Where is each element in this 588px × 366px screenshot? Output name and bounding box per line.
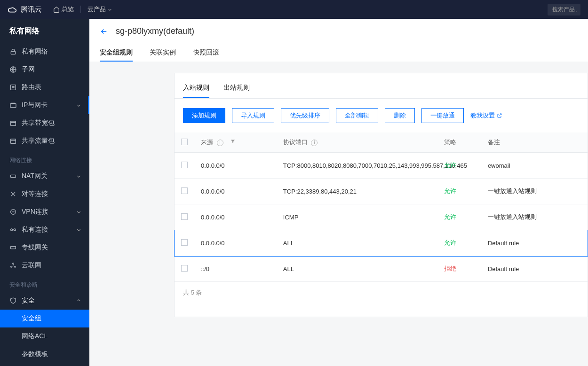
row-checkbox[interactable] (181, 265, 188, 272)
svg-rect-4 (11, 121, 16, 125)
table-footer: 共 5 条 (175, 282, 588, 304)
edit-all-button[interactable]: 全部编辑 (336, 108, 378, 123)
sidebar-item-acl[interactable]: 网络ACL (0, 327, 89, 345)
sidebar-item-routetable[interactable]: 路由表 (0, 78, 89, 96)
cell-protocol: TCP:22,3389,80,443,20,21 (277, 179, 438, 204)
col-source: 来源 (201, 139, 213, 146)
tab-inbound[interactable]: 入站规则 (183, 79, 209, 98)
arrow-left-icon (100, 27, 108, 36)
table-row[interactable]: 0.0.0.0/0ICMP允许一键放通入站规则 (175, 204, 588, 230)
add-rule-button[interactable]: 添加规则 (183, 108, 225, 123)
separator (80, 6, 81, 13)
cell-protocol: ICMP (277, 204, 438, 230)
sidebar-item-vpc[interactable]: 私有网络 (0, 43, 89, 61)
active-indicator (88, 96, 89, 114)
table-row[interactable]: 0.0.0.0/0TCP:22,3389,80,443,20,21允许一键放通入… (175, 179, 588, 204)
sidebar-item-security[interactable]: 安全 (0, 292, 89, 310)
sidebar-item-tpl[interactable]: 参数模板 (0, 345, 89, 363)
open-all-button[interactable]: 一键放通 (421, 108, 464, 123)
sidebar-item-subnet[interactable]: 子网 (0, 61, 89, 78)
back-button[interactable] (100, 27, 108, 36)
col-policy: 策略 (437, 132, 481, 153)
row-checkbox[interactable] (181, 239, 188, 246)
table-row[interactable]: 0.0.0.0/0TCP:8000,8010,8020,8080,7000,70… (175, 153, 588, 179)
tab-rules[interactable]: 安全组规则 (100, 45, 133, 62)
chevron-up-icon (77, 299, 80, 302)
cell-protocol: ALL (277, 256, 438, 282)
row-checkbox[interactable] (181, 187, 188, 194)
sidebar-title: 私有网络 (0, 19, 89, 43)
svg-rect-5 (11, 139, 16, 143)
cell-protocol: ALL (277, 230, 438, 256)
sidebar-item-bandwidth[interactable]: 共享带宽包 (0, 114, 89, 132)
sidebar-item-eni[interactable]: IP与网卡 (0, 96, 89, 114)
row-checkbox[interactable] (181, 213, 188, 220)
delete-button[interactable]: 删除 (385, 108, 415, 123)
shield-icon (9, 297, 17, 304)
sidebar-item-traffic[interactable]: 共享流量包 (0, 132, 89, 150)
info-icon[interactable]: i (311, 140, 318, 146)
svg-rect-10 (11, 246, 16, 249)
svg-point-13 (15, 266, 16, 267)
cell-source: ::/0 (194, 256, 277, 282)
cell-remark: 一键放通入站规则 (481, 179, 588, 204)
brand[interactable]: 腾讯云 (8, 4, 42, 15)
cell-policy: 拒绝 (437, 256, 481, 282)
sidebar-item-ccn[interactable]: 云联网 (0, 257, 89, 274)
select-all-checkbox[interactable] (181, 139, 188, 145)
list-icon (9, 84, 17, 91)
sidebar-item-sg[interactable]: 安全组 (0, 310, 89, 327)
cell-remark: Default rule (481, 256, 588, 282)
lock-icon (9, 48, 17, 55)
guide-link[interactable]: 教我设置 (470, 111, 502, 120)
package-icon (9, 119, 17, 127)
cell-remark: 一键放通入站规则 (481, 204, 588, 230)
chevron-down-icon (108, 7, 111, 10)
sidebar-item-dcg[interactable]: 专线网关 (0, 239, 89, 257)
vpn-icon (9, 208, 17, 216)
page-title: sg-p80lyxmy(default) (116, 26, 194, 36)
cell-policy: 允许 (437, 204, 481, 230)
card-icon (9, 101, 17, 109)
col-remark: 备注 (481, 132, 588, 153)
filter-icon[interactable] (230, 139, 236, 146)
chevron-down-icon (77, 103, 80, 106)
chevron-down-icon (77, 227, 80, 231)
cell-source: 0.0.0.0/0 (194, 153, 277, 179)
link-icon (9, 190, 17, 198)
sidebar-item-vpn[interactable]: VPN连接 (0, 203, 89, 221)
svg-rect-0 (11, 51, 15, 54)
svg-point-11 (13, 263, 14, 265)
overview-link[interactable]: 总览 (53, 5, 74, 14)
connect-icon (9, 226, 17, 234)
import-rule-button[interactable]: 导入规则 (232, 108, 274, 123)
svg-point-9 (14, 229, 16, 231)
rules-card: 入站规则 出站规则 添加规则 导入规则 优先级排序 全部编辑 删除 一键放通 教… (174, 73, 588, 317)
top-links: 总览 云产品 (53, 5, 111, 14)
sidebar-item-nat[interactable]: NAT网关 (0, 167, 89, 185)
priority-button[interactable]: 优先级排序 (281, 108, 329, 123)
cell-source: 0.0.0.0/0 (194, 204, 277, 230)
sidebar-item-private[interactable]: 私有连接 (0, 221, 89, 239)
page-header: sg-p80lyxmy(default) 安全组规则 关联实例 快照回滚 (89, 19, 588, 62)
svg-rect-3 (10, 104, 16, 108)
cell-source: 0.0.0.0/0 (194, 179, 277, 204)
table-row[interactable]: 0.0.0.0/0ALL允许Default rule (175, 230, 588, 256)
gateway-icon (9, 244, 17, 251)
search-input[interactable]: 搜索产品、文 (548, 4, 580, 16)
network-icon (9, 262, 17, 269)
row-checkbox[interactable] (181, 162, 188, 168)
cloud-icon (8, 4, 17, 15)
table-row[interactable]: ::/0ALL拒绝Default rule (175, 256, 588, 282)
info-icon[interactable]: i (217, 140, 223, 146)
sidebar-item-peer[interactable]: 对等连接 (0, 185, 89, 203)
chevron-down-icon (77, 210, 80, 213)
tab-snapshot[interactable]: 快照回滚 (193, 45, 219, 62)
products-link[interactable]: 云产品 (87, 5, 111, 14)
tab-outbound[interactable]: 出站规则 (223, 79, 250, 98)
package-icon (9, 137, 17, 145)
tab-instances[interactable]: 关联实例 (150, 45, 176, 62)
cell-protocol: TCP:8000,8010,8020,8080,7000,7010,25,143… (277, 153, 438, 179)
topbar: 腾讯云 总览 云产品 搜索产品、文 (0, 0, 588, 19)
svg-point-12 (11, 266, 12, 267)
